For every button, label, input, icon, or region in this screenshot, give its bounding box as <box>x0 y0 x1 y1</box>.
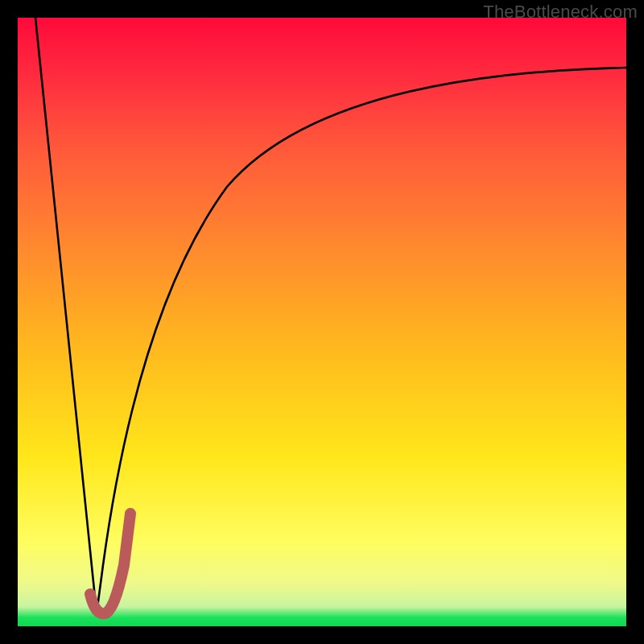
chart-frame: TheBottleneck.com <box>0 0 644 644</box>
curve-layer <box>18 18 626 626</box>
plot-area <box>18 18 626 626</box>
curve-right-branch <box>97 68 626 613</box>
current-position-marker <box>90 514 130 613</box>
curve-left-branch <box>35 18 97 613</box>
